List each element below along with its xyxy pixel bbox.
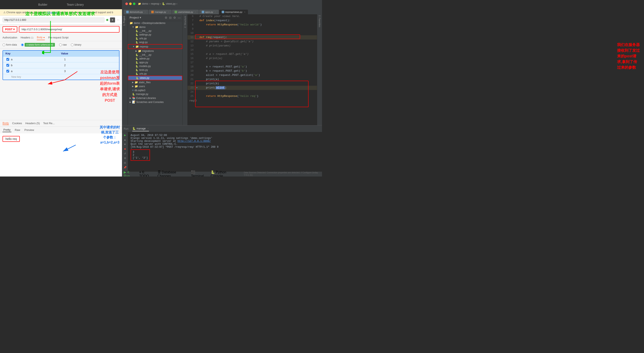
view-tab-pretty[interactable]: Pretty [2, 128, 11, 132]
tree-demo-folder[interactable]: ▼ 📁 demo [128, 25, 182, 29]
param-value-2: 2 [64, 64, 117, 67]
tab-body[interactable]: Body ● [37, 35, 45, 40]
tree-manage-py[interactable]: 🐍 manage.py [128, 92, 182, 96]
param-checkbox-3[interactable] [5, 70, 11, 72]
tree-urls-py[interactable]: 🐍 urls.py [128, 36, 182, 40]
run-restart-button[interactable]: ↺ [123, 151, 127, 156]
result-line-3: ['1', '3'] [133, 157, 148, 159]
resp-tab-body[interactable]: Body [2, 121, 9, 125]
run-output: August 04, 2018 07:52:00 Django version … [128, 132, 322, 171]
favorites-bar: 2: Favorites [317, 14, 322, 125]
code-editor[interactable]: 6 # Create your views here. 7 def index(… [188, 14, 317, 125]
tab-urls[interactable]: demo/urls.py × [124, 10, 148, 14]
resp-tab-headers[interactable]: Headers (5) [26, 122, 40, 125]
tree-close-icon[interactable]: — [178, 16, 181, 19]
resp-tab-cookies[interactable]: Cookies [12, 122, 22, 125]
tree-external-libs[interactable]: ▶ 📚 External Libraries [128, 96, 182, 100]
tree-models-py[interactable]: 🐍 models.py [128, 64, 182, 68]
tree-tests-py[interactable]: 🐍 tests.py [128, 68, 182, 72]
status-python-console[interactable]: 🐍 Python Console [211, 170, 237, 176]
tree-init-py[interactable]: 🐍 __init__.py [128, 29, 182, 33]
view-tab-preview[interactable]: Preview [24, 128, 35, 132]
tab-authorization[interactable]: Authorization [2, 35, 17, 40]
method-button[interactable]: POST ▾ [2, 26, 17, 32]
tab-reqresp-views[interactable]: reqresp/views.py × [219, 10, 248, 14]
tree-req-init-label: __init__.py [139, 53, 152, 56]
close-tab-icon[interactable]: × [148, 127, 149, 130]
annotation-top-left: 这个是模拟以 普通表单形式 发送请求 [25, 10, 95, 17]
bottom-panel: Run: 🐍 manage × ▶ ▲ ▼ ■ ↺ ⚙ ⊟ 📌 [122, 125, 322, 171]
param-checkbox-2[interactable] [5, 64, 11, 67]
tab-apps[interactable]: apps.py × [199, 10, 219, 14]
bottom-tabs: Run: 🐍 manage × [122, 125, 322, 132]
tree-apps-py[interactable]: 🐍 apps.py [128, 60, 182, 64]
run-down-button[interactable]: ▼ [123, 142, 127, 146]
folder-icon: 📁 [134, 81, 138, 84]
tree-scratches[interactable]: ▶ 📝 Scratches and Consoles [128, 100, 182, 104]
tree-users-label: users [139, 85, 145, 88]
resp-tab-tests[interactable]: Test Re... [43, 122, 55, 125]
more-options-button[interactable]: ··· [117, 18, 120, 22]
tab-users-views-label: users/views.py [178, 11, 193, 13]
output-line-2: Django version 1.11.11, using settings '… [130, 137, 320, 140]
tree-req-init[interactable]: 🐍 __init__.py [128, 53, 182, 57]
tree-wsgi-py[interactable]: 🐍 wsgi.py [128, 40, 182, 44]
run-pin-icon[interactable]: 📌 [123, 165, 127, 170]
run-up-button[interactable]: ▲ [123, 138, 127, 142]
close-button[interactable] [125, 2, 128, 5]
tree-layout-icon[interactable]: ⊟ [169, 16, 172, 19]
radio-urlencoded[interactable]: x-www-form-urlencoded [21, 43, 55, 47]
run-layout-icon[interactable]: ⊟ [123, 161, 127, 165]
tree-more-icon[interactable]: ⚙ [173, 16, 176, 19]
close-tab-icon[interactable]: × [195, 11, 196, 13]
favorites-label[interactable]: 2: Favorites [318, 14, 321, 28]
tree-views-py[interactable]: 🐍 views.py [128, 76, 182, 80]
tree-migrations[interactable]: ▶ 📁 migrations [128, 49, 182, 53]
tab-users-views[interactable]: users/views.py × [172, 10, 199, 14]
traffic-lights [125, 2, 136, 5]
run-settings-icon[interactable]: ⚙ [123, 156, 127, 160]
tree-settings-icon[interactable]: ⚙ [165, 16, 168, 19]
tree-reqresp-urls-label: urls.py [139, 72, 146, 75]
tree-static[interactable]: ▶ 📁 static_files [128, 80, 182, 84]
project-panel-label[interactable]: 1: Project [122, 14, 128, 27]
library-icon: 📚 [132, 96, 136, 100]
close-tab-icon[interactable]: × [144, 11, 146, 13]
tab-manage[interactable]: manage.py × [149, 10, 172, 14]
param-checkbox-1[interactable] [5, 58, 11, 61]
tab-pre-request[interactable]: Pre-request Script [48, 35, 68, 40]
radio-raw[interactable]: raw [59, 43, 67, 46]
status-db[interactable]: 🗄 Database Changes [158, 170, 188, 177]
add-tab-button[interactable]: + [110, 17, 115, 22]
postman-header: Builder Team Library [0, 0, 122, 9]
request-url-input[interactable] [19, 26, 120, 32]
maximize-button[interactable] [133, 2, 136, 5]
dev-server-link[interactable]: http://127.0.0.1:8000/ [178, 140, 211, 143]
run-stop-button[interactable]: ■ [123, 147, 127, 151]
param-value-1: 1 [64, 58, 117, 61]
close-tab-icon[interactable]: × [244, 11, 245, 13]
run-play-button[interactable]: ▶ [123, 133, 127, 137]
status-todo[interactable]: ≡ 6: TODO [139, 170, 154, 177]
tab-headers[interactable]: Headers (1) [20, 35, 34, 40]
tree-settings-py[interactable]: 🐍 settings.py [128, 33, 182, 36]
view-tab-raw[interactable]: Raw [14, 128, 21, 132]
tree-root[interactable]: 📁 demo ~/Desktop/code/demo [128, 21, 182, 25]
tree-db[interactable]: ≡ db.sqlite3 [128, 88, 182, 92]
tab-manage-run[interactable]: 🐍 manage × [132, 126, 149, 131]
tree-reqresp-urls[interactable]: 🐍 urls.py [128, 72, 182, 76]
tab-team-library[interactable]: Team Library [63, 1, 87, 8]
status-run[interactable]: ▶ 4: Run [124, 170, 136, 176]
close-tab-icon[interactable]: × [215, 11, 216, 13]
tree-reqresp-folder[interactable]: ▼ 📁 reqresp [128, 44, 182, 49]
status-terminal[interactable]: ⬛ Terminal [191, 170, 207, 176]
tab-builder[interactable]: Builder [35, 1, 51, 8]
tree-admin-py[interactable]: 🐍 admin.py [128, 57, 182, 60]
url-input[interactable] [2, 17, 104, 22]
radio-binary[interactable]: binary [71, 43, 82, 46]
close-tab-icon[interactable]: × [168, 11, 169, 13]
radio-form-data[interactable]: form-data [2, 43, 17, 46]
tree-users[interactable]: ▶ 📁 users [128, 84, 182, 88]
minimize-button[interactable] [129, 2, 132, 5]
structure-label[interactable]: 2: Structure [184, 15, 186, 29]
